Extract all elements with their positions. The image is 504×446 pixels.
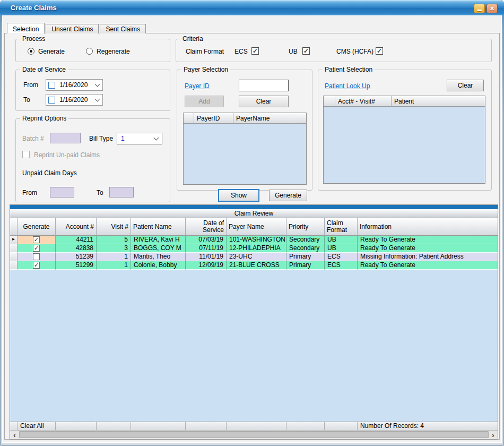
payer-id-link[interactable]: Payer ID (185, 82, 210, 90)
bill-type-select[interactable]: 1 (117, 133, 162, 144)
create-claims-window: Create Claims ✕ Selection Unsent Claims … (0, 0, 504, 446)
footer-cell (97, 422, 131, 430)
process-legend: Process (20, 35, 47, 42)
titlebar[interactable]: Create Claims ✕ (0, 0, 504, 16)
generate-cell[interactable]: ✓ (18, 261, 56, 270)
show-button[interactable]: Show (218, 189, 259, 202)
reprint-unpaid-checkbox[interactable] (22, 151, 30, 158)
date-of-service-column-header[interactable]: Date of Service (186, 218, 227, 236)
priority-cell: Secondary (286, 244, 325, 253)
dos-from-label: From (23, 81, 38, 89)
footer-cell (186, 422, 227, 430)
cms-hcfa-checkbox[interactable]: ✓ (376, 47, 383, 55)
generate-column-header[interactable]: Generate (18, 218, 56, 236)
patient-name-column-header[interactable]: Patient Name (131, 218, 186, 236)
tab-selection[interactable]: Selection (7, 23, 45, 33)
ub-checkbox[interactable]: ✓ (302, 47, 310, 55)
chevron-down-icon[interactable] (95, 96, 100, 101)
clear-all-button[interactable]: Clear All (18, 422, 56, 430)
generate-radio[interactable] (28, 48, 34, 55)
reprint-options-group: Reprint Options Batch # Bill Type 1 Repr… (15, 118, 170, 202)
current-row-arrow-icon: ► (12, 237, 16, 242)
claim-format-column-header[interactable]: Claim Format (325, 218, 358, 236)
table-row[interactable]: 512391Mantis, Theo11/01/1923-UHCPrimaryE… (10, 253, 498, 261)
date-checkbox[interactable] (48, 97, 55, 104)
claim-format-cell: ECS (325, 253, 358, 261)
generate-checkbox[interactable]: ✓ (33, 236, 40, 243)
window-title: Create Claims (11, 4, 57, 12)
generate-cell[interactable]: ✓ (18, 244, 56, 253)
batch-label: Batch # (22, 135, 44, 142)
regenerate-radio-label[interactable]: Regenerate (97, 48, 130, 55)
unpaid-from-input[interactable] (50, 187, 74, 198)
footer-cell (227, 422, 286, 430)
priority-cell: Primary (286, 253, 325, 261)
claim-review-title: Claim Review (10, 209, 498, 218)
footer-cell (56, 422, 97, 430)
bill-type-label: Bill Type (89, 135, 113, 142)
claim-format-cell: ECS (325, 261, 358, 270)
tab-sent-claims[interactable]: Sent Claims (100, 24, 146, 33)
information-column-header[interactable]: Information (358, 218, 498, 236)
patient-grid-body (324, 107, 485, 183)
close-button[interactable]: ✕ (486, 4, 498, 13)
row-selector-cell (10, 261, 18, 270)
cms-hcfa-label: CMS (HCFA) (336, 48, 373, 55)
payer-name-column-header: PayerName (233, 113, 306, 124)
unpaid-to-label: To (97, 189, 103, 196)
patient-grid[interactable]: Acct# - Visit# Patient (323, 96, 485, 184)
date-of-service-legend: Date of Service (20, 66, 68, 73)
scroll-right-icon[interactable]: › (489, 431, 498, 440)
generate-button[interactable]: Generate (269, 190, 307, 201)
ecs-checkbox[interactable]: ✓ (251, 47, 259, 55)
payer-id-input[interactable] (239, 80, 289, 91)
footer-cell (131, 422, 186, 430)
add-payer-button[interactable]: Add (185, 96, 224, 107)
visit-cell: 1 (97, 261, 131, 270)
minimize-button[interactable] (474, 4, 485, 13)
claim-format-label: Claim Format (186, 48, 224, 55)
patient-grid-header: Acct# - Visit# Patient (324, 96, 485, 107)
chevron-down-icon[interactable] (95, 81, 100, 87)
table-row[interactable]: ✓428383BOGGS, COY M07/11/1912-PHILADEPHI… (10, 244, 498, 253)
dos-from-datepicker[interactable]: 1/16/2020 (46, 79, 103, 91)
horizontal-scrollbar[interactable]: ‹ › (10, 430, 498, 439)
tab-unsent-claims[interactable]: Unsent Claims (46, 24, 99, 33)
payer-name-cell: 23-UHC (227, 253, 286, 261)
dos-to-datepicker[interactable]: 1/16/2020 (46, 94, 103, 106)
payer-name-column-header[interactable]: Payer Name (227, 218, 286, 236)
generate-checkbox[interactable] (33, 253, 40, 260)
patient-name-cell: BOGGS, COY M (131, 244, 186, 253)
generate-radio-label[interactable]: Generate (38, 48, 65, 55)
table-row[interactable]: ►✓442115RIVERA, Kavi H07/03/19101-WASHIN… (10, 236, 498, 244)
scroll-left-icon[interactable]: ‹ (10, 431, 19, 440)
table-row[interactable]: ✓512991Colonie, Bobby12/09/1921-BLUE CRO… (10, 261, 498, 270)
claim-review-footer: Clear All Number Of Records: 4 (10, 422, 498, 430)
dos-to-value: 1/16/2020 (55, 96, 95, 104)
patient-name-cell: RIVERA, Kavi H (131, 236, 186, 244)
payer-grid-header: PayerID PayerName (184, 113, 306, 124)
payer-grid[interactable]: PayerID PayerName (183, 113, 307, 185)
scrollbar-thumb[interactable] (19, 431, 489, 438)
generate-cell[interactable] (18, 253, 56, 261)
generate-checkbox[interactable]: ✓ (33, 262, 40, 269)
visit-cell: 5 (97, 236, 131, 244)
visit-column-header[interactable]: Visit # (97, 218, 131, 236)
row-selector-cell (10, 253, 18, 261)
account-column-header[interactable]: Account # (56, 218, 97, 236)
priority-column-header[interactable]: Priority (286, 218, 325, 236)
criteria-group: Criteria Claim Format ECS ✓ UB ✓ CMS (HC… (176, 39, 492, 62)
generate-cell[interactable]: ✓ (18, 236, 56, 244)
clear-patient-button[interactable]: Clear (447, 80, 484, 91)
batch-input[interactable] (50, 133, 81, 143)
row-selector-cell: ► (10, 236, 18, 244)
regenerate-radio[interactable] (86, 48, 93, 55)
generate-checkbox[interactable]: ✓ (33, 245, 40, 252)
unpaid-to-input[interactable] (109, 187, 134, 198)
payer-name-cell: 101-WASHINGTON (227, 236, 286, 244)
patient-look-up-link[interactable]: Patient Look Up (325, 82, 370, 90)
unpaid-claim-days-label: Unpaid Claim Days (22, 169, 77, 177)
claim-review-column-headers: Generate Account # Visit # Patient Name … (10, 218, 498, 236)
clear-payer-button[interactable]: Clear (239, 96, 289, 107)
date-checkbox[interactable] (48, 82, 55, 89)
